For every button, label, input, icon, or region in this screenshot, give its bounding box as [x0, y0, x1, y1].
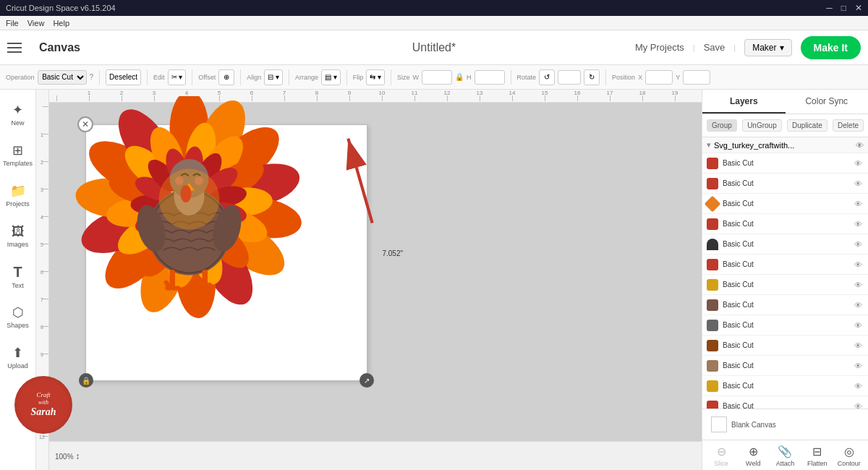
layer-item[interactable]: Basic Cut👁 [702, 315, 868, 336]
layer-item[interactable]: Basic Cut👁 [702, 153, 868, 174]
design-canvas[interactable]: ✕ 7.501" 7.052" 🔒 ↗ [85, 124, 367, 381]
layer-item[interactable]: Basic Cut👁 [702, 295, 868, 315]
panel-bottom: Blank Canvas [702, 409, 868, 440]
ungroup-button[interactable]: UnGroup [742, 119, 782, 132]
layer-item[interactable]: Basic Cut👁 [702, 234, 868, 255]
layer-visibility-toggle[interactable]: 👁 [852, 401, 864, 409]
layer-visibility-toggle[interactable]: 👁 [852, 158, 864, 169]
layer-visibility-toggle[interactable]: 👁 [852, 380, 864, 392]
position-y-input[interactable]: 0.57 [683, 70, 710, 85]
rotate-cw[interactable]: ↻ [584, 69, 600, 85]
save-button[interactable]: Save [704, 42, 726, 53]
bottom-bar: 100% ↕ [49, 441, 702, 470]
blank-canvas-item[interactable]: Blank Canvas [707, 414, 864, 435]
sidebar-item-images[interactable]: 🖼 Images [2, 217, 34, 255]
layer-item[interactable]: Basic Cut👁 [702, 214, 868, 234]
maker-dropdown[interactable]: Maker ▾ [744, 39, 791, 56]
layer-visibility-toggle[interactable]: 👁 [852, 299, 864, 311]
attach-button[interactable]: 📎 Attach [770, 445, 799, 467]
delete-button[interactable]: Delete [833, 119, 864, 132]
sidebar-label-text: Text [12, 282, 24, 289]
layer-item[interactable]: Basic Cut👁 [702, 194, 868, 214]
align-label: Align [247, 74, 261, 81]
sidebar-item-new[interactable]: ✦ New [2, 95, 34, 133]
layer-item[interactable]: Basic Cut👁 [702, 336, 868, 356]
size-h-input[interactable]: 7.052 [475, 70, 505, 85]
nav-right: My Projects | Save | Maker ▾ Make It [635, 36, 861, 59]
menu-help[interactable]: Help [53, 19, 69, 27]
layer-visibility-toggle[interactable]: 👁 [852, 279, 864, 291]
rotate-ccw[interactable]: ↺ [539, 69, 555, 85]
menu-view[interactable]: View [27, 19, 45, 27]
flatten-button[interactable]: ⊟ Flatten [803, 445, 832, 467]
layer-item-label: Basic Cut [723, 301, 848, 309]
layer-item[interactable]: Basic Cut👁 [702, 255, 868, 275]
layer-visibility-toggle[interactable]: 👁 [852, 239, 864, 250]
layer-visibility-toggle[interactable]: 👁 [852, 218, 864, 230]
panel-action-bar: Group UnGroup Duplicate Delete [702, 114, 868, 137]
sidebar-item-shapes[interactable]: ⬡ Shapes [2, 298, 34, 336]
arrange-label: Arrange [295, 74, 318, 81]
weld-button[interactable]: ⊕ Weld [739, 445, 767, 467]
right-panel: Layers Color Sync Group UnGroup Duplicat… [702, 90, 868, 470]
duplicate-button[interactable]: Duplicate [787, 119, 827, 132]
offset-label: Offset [198, 74, 216, 81]
my-projects-link[interactable]: My Projects [635, 42, 684, 53]
sidebar-item-upload[interactable]: ⬆ Upload [2, 338, 34, 376]
layer-color-swatch [707, 279, 718, 291]
make-it-button[interactable]: Make It [801, 36, 861, 59]
layer-visibility-toggle[interactable]: 👁 [852, 178, 864, 189]
align-button[interactable]: ⊟ ▾ [264, 69, 283, 85]
arrange-button[interactable]: ▤ ▾ [321, 69, 341, 85]
layer-visibility-toggle[interactable]: 👁 [852, 259, 864, 270]
layer-item[interactable]: Basic Cut👁 [702, 275, 868, 295]
tab-color-sync[interactable]: Color Sync [786, 90, 869, 114]
sidebar-item-templates[interactable]: ⊞ Templates [2, 136, 34, 174]
layer-visibility-toggle[interactable]: 👁 [852, 320, 864, 331]
canvas-area[interactable]: // Will be drawn by JS below 12345678910… [36, 90, 702, 470]
layer-color-swatch [707, 158, 718, 169]
blank-canvas-swatch [711, 416, 727, 432]
deselect-button[interactable]: Deselect [106, 69, 141, 85]
sidebar-item-projects[interactable]: 📁 Projects [2, 176, 34, 214]
canvas-background[interactable]: ✕ 7.501" 7.052" 🔒 ↗ [49, 103, 702, 441]
operation-help[interactable]: ? [90, 73, 94, 81]
layer-group-header[interactable]: ▾ Svg_turkey_craftwith... 👁 [702, 137, 868, 153]
sidebar-item-text[interactable]: T Text [2, 257, 34, 295]
layer-color-swatch [707, 178, 718, 189]
layer-item[interactable]: Basic Cut👁 [702, 396, 868, 409]
align-group: Align ⊟ ▾ [247, 69, 289, 85]
operation-select[interactable]: Basic Cut [38, 70, 87, 85]
layer-item[interactable]: Basic Cut👁 [702, 376, 868, 396]
close-btn[interactable]: ✕ [855, 3, 862, 13]
rotate-input[interactable]: 0 [558, 70, 581, 85]
layer-item[interactable]: Basic Cut👁 [702, 174, 868, 194]
layer-item-label: Basic Cut [723, 159, 848, 167]
menu-file[interactable]: File [6, 19, 19, 27]
menubar: File View Help [0, 16, 868, 30]
layer-visibility-toggle[interactable]: 👁 [852, 198, 864, 210]
layer-color-swatch [707, 299, 718, 311]
offset-group: Offset ⊕ [198, 69, 241, 85]
layer-item[interactable]: Basic Cut👁 [702, 356, 868, 376]
size-w-input[interactable]: 7.501 [422, 70, 452, 85]
window-controls[interactable]: ─ □ ✕ [826, 3, 862, 13]
tab-layers[interactable]: Layers [702, 90, 786, 114]
maximize-btn[interactable]: □ [841, 3, 846, 13]
contour-button[interactable]: ◎ Contour [835, 445, 864, 467]
layer-visibility-toggle[interactable]: 👁 [852, 340, 864, 351]
position-x-input[interactable]: 0.66 [645, 70, 673, 85]
size-label: Size [397, 74, 410, 81]
edit-dropdown[interactable]: ✂ ▾ [168, 69, 187, 85]
flip-button[interactable]: ⇆ ▾ [366, 69, 385, 85]
group-button[interactable]: Group [707, 119, 737, 132]
operation-group: Operation Basic Cut ? [6, 70, 100, 85]
flip-label: Flip [353, 74, 364, 81]
slice-button[interactable]: ⊖ Slice [707, 445, 736, 467]
minimize-btn[interactable]: ─ [826, 3, 833, 13]
layer-group-eye[interactable]: 👁 [856, 141, 864, 150]
lock-aspect-icon[interactable]: 🔒 [455, 73, 464, 81]
layer-visibility-toggle[interactable]: 👁 [852, 360, 864, 372]
hamburger-menu[interactable] [7, 38, 27, 58]
offset-button[interactable]: ⊕ [218, 69, 234, 85]
